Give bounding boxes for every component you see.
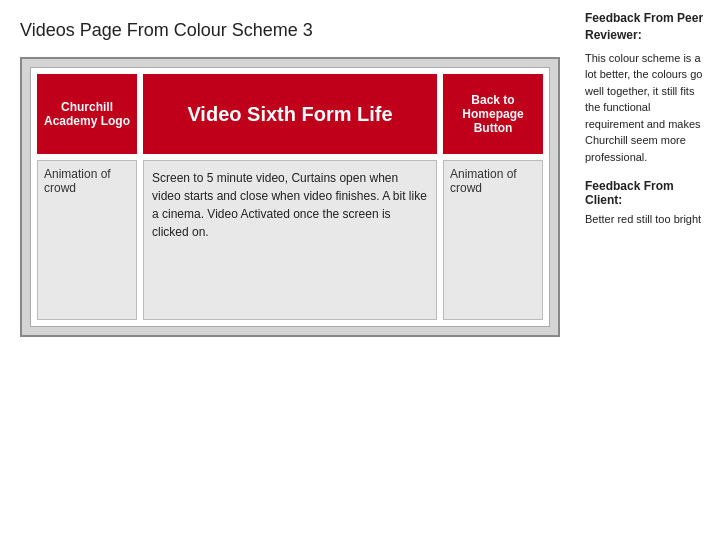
wireframe-outer: Churchill Academy Logo Video Sixth Form …: [20, 57, 560, 337]
bottom-row: Animation of crowd Screen to 5 minute vi…: [37, 160, 543, 320]
sidebar: Feedback From Peer Reviewer: This colour…: [580, 0, 720, 540]
peer-review-section: Feedback From Peer Reviewer: This colour…: [585, 10, 710, 165]
crowd-right: Animation of crowd: [443, 160, 543, 320]
video-description: Screen to 5 minute video, Curtains open …: [143, 160, 437, 320]
video-title-box: Video Sixth Form Life: [143, 74, 437, 154]
peer-review-text: This colour scheme is a lot better, the …: [585, 50, 710, 166]
page-container: Videos Page From Colour Scheme 3 Churchi…: [0, 0, 720, 540]
client-feedback-section: Feedback From Client: Better red still t…: [585, 179, 710, 228]
back-button-box[interactable]: Back to Homepage Button: [443, 74, 543, 154]
client-feedback-text: Better red still too bright: [585, 211, 710, 228]
page-title: Videos Page From Colour Scheme 3: [20, 20, 560, 41]
wireframe-inner: Churchill Academy Logo Video Sixth Form …: [30, 67, 550, 327]
logo-box: Churchill Academy Logo: [37, 74, 137, 154]
peer-review-title: Feedback From Peer Reviewer:: [585, 10, 710, 44]
client-feedback-title: Feedback From Client:: [585, 179, 710, 207]
main-content: Videos Page From Colour Scheme 3 Churchi…: [0, 0, 580, 540]
top-row: Churchill Academy Logo Video Sixth Form …: [37, 74, 543, 154]
crowd-left: Animation of crowd: [37, 160, 137, 320]
